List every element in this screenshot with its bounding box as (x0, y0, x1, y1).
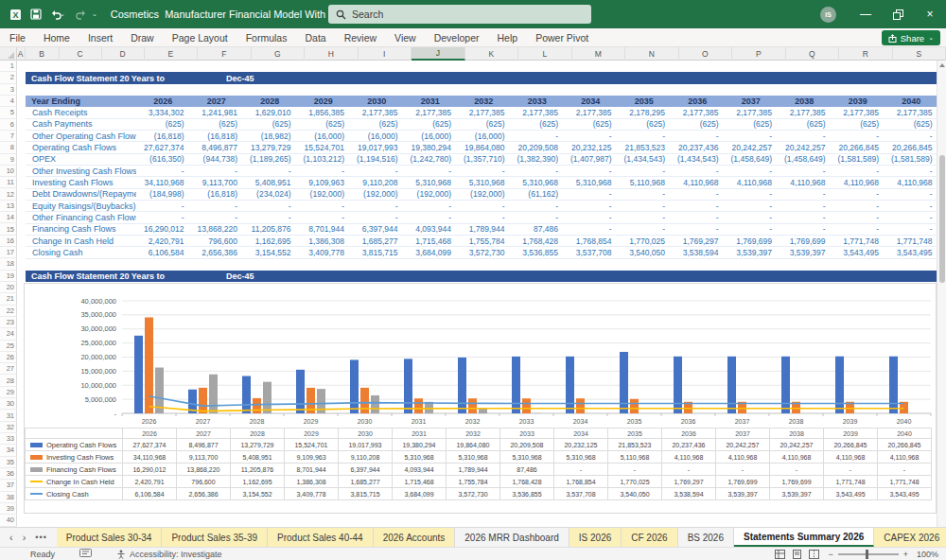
cell[interactable]: 5,110,968 (618, 178, 672, 187)
cell[interactable]: (1,458,649) (725, 154, 779, 164)
cell[interactable]: 1,771,748 (832, 236, 885, 246)
vertical-scrollbar[interactable] (937, 61, 946, 527)
sheet-tab-product-sales-40-44[interactable]: Product Sales 40-44 (268, 528, 374, 547)
cell[interactable]: - (511, 201, 565, 211)
account-avatar[interactable]: IS (820, 7, 836, 23)
cell[interactable]: 4,110,968 (778, 178, 832, 187)
column-header-J[interactable]: J (412, 47, 465, 61)
menu-tab-draw[interactable]: Draw (131, 32, 154, 44)
cell[interactable]: 4,093,944 (404, 224, 458, 234)
cell[interactable]: (1,581,589) (885, 154, 938, 164)
cell[interactable]: - (564, 224, 618, 234)
cell[interactable]: (625) (725, 119, 779, 129)
cell[interactable]: (234,024) (243, 189, 297, 199)
row-header-22[interactable]: 22 (0, 306, 17, 317)
row-header-2[interactable]: 2 (0, 72, 17, 83)
cell[interactable]: 2,177,385 (511, 108, 565, 117)
cell[interactable]: - (618, 131, 672, 141)
cell[interactable]: 19,380,294 (404, 143, 458, 152)
cell[interactable]: 1,768,854 (564, 236, 618, 246)
sheet-tab-cf-2026[interactable]: CF 2026 (622, 528, 677, 547)
cell[interactable]: (625) (297, 119, 351, 129)
row-header-5[interactable]: 5 (0, 107, 17, 118)
cell[interactable]: - (778, 189, 832, 199)
row-label[interactable]: Closing Cash (26, 248, 136, 257)
cell[interactable]: - (136, 213, 190, 222)
menu-tab-power-pivot[interactable]: Power Pivot (535, 32, 588, 44)
cell[interactable]: - (404, 166, 458, 176)
row-header-17[interactable]: 17 (0, 247, 17, 258)
cell[interactable]: (16,818) (136, 131, 190, 141)
year-header-2028[interactable]: 2028 (243, 96, 297, 106)
cell[interactable]: (1,458,649) (778, 154, 832, 164)
row-header-27[interactable]: 27 (0, 363, 17, 375)
menu-tab-home[interactable]: Home (44, 32, 70, 44)
cell[interactable]: - (511, 131, 565, 141)
cell[interactable]: 3,539,397 (778, 248, 832, 257)
cell[interactable]: 8,701,944 (297, 224, 351, 234)
cell[interactable]: 16,290,012 (136, 224, 190, 234)
cell[interactable]: 3,572,730 (457, 248, 511, 257)
menu-tab-insert[interactable]: Insert (88, 32, 113, 44)
cell[interactable]: 20,237,436 (671, 143, 725, 152)
cell[interactable]: - (778, 213, 832, 222)
cell[interactable]: (16,000) (350, 131, 404, 141)
cell[interactable]: (1,189,265) (243, 154, 297, 164)
row-header-16[interactable]: 16 (0, 236, 17, 247)
tab-scroll-left-icon[interactable]: ‹ (9, 532, 13, 543)
cell[interactable]: 20,209,508 (511, 143, 565, 152)
row-header-37[interactable]: 37 (0, 480, 17, 491)
column-header-N[interactable]: N (625, 47, 679, 61)
cell[interactable]: 3,334,302 (136, 108, 190, 117)
cell[interactable]: - (564, 166, 618, 176)
row-label[interactable]: Financing Cash Flows (26, 224, 136, 234)
cash-flow-chart[interactable]: 40,000,00035,000,00030,000,00025,000,000… (24, 283, 937, 514)
page-break-view-icon[interactable] (809, 550, 819, 559)
cell[interactable]: (16,818) (190, 189, 244, 199)
row-header-6[interactable]: 6 (0, 119, 17, 131)
cell[interactable]: - (404, 213, 458, 222)
cell[interactable]: (1,382,390) (511, 154, 565, 164)
zoom-level[interactable]: 100% (917, 550, 938, 559)
cell[interactable]: 4,110,968 (885, 178, 938, 187)
cell[interactable]: 19,864,080 (457, 143, 511, 152)
row-label[interactable]: Investing Cash Flows (26, 178, 136, 187)
cell[interactable]: - (350, 201, 404, 211)
cell[interactable]: - (457, 213, 511, 222)
row-header-4[interactable]: 4 (0, 96, 17, 107)
cell[interactable]: 20,232,125 (564, 143, 618, 152)
cell[interactable]: 3,539,397 (725, 248, 779, 257)
accessibility-status[interactable]: Accessibility: Investigate (116, 550, 222, 559)
row-label[interactable]: Operating Cash Flows (26, 143, 136, 152)
sheet-tab-bs-2026[interactable]: BS 2026 (678, 528, 734, 547)
column-header-K[interactable]: K (465, 47, 519, 61)
menu-tab-page-layout[interactable]: Page Layout (172, 32, 228, 44)
cell[interactable]: (1,434,543) (618, 154, 672, 164)
cell[interactable]: - (618, 201, 672, 211)
cell[interactable]: 2,177,385 (404, 108, 458, 117)
cell[interactable]: (625) (404, 119, 458, 129)
cell[interactable]: (625) (618, 119, 672, 129)
zoom-in-icon[interactable]: + (903, 550, 908, 559)
cell[interactable]: - (457, 166, 511, 176)
row-header-18[interactable]: 18 (0, 258, 17, 270)
row-header-34[interactable]: 34 (0, 445, 17, 456)
column-header-H[interactable]: H (305, 47, 359, 61)
cell[interactable]: (1,242,780) (404, 154, 458, 164)
cell[interactable]: 5,310,968 (564, 178, 618, 187)
cell[interactable]: (192,000) (457, 189, 511, 199)
sheet-tab-product-sales-35-39[interactable]: Product Sales 35-39 (162, 528, 268, 547)
cell[interactable]: - (671, 201, 725, 211)
column-header-O[interactable]: O (679, 47, 733, 61)
cell[interactable]: 3,543,495 (832, 248, 885, 257)
cell[interactable]: (1,194,516) (350, 154, 404, 164)
menu-tab-developer[interactable]: Developer (434, 32, 480, 44)
cell[interactable]: 1,768,428 (511, 236, 565, 246)
cell[interactable]: - (511, 166, 565, 176)
cell[interactable]: - (190, 213, 244, 222)
cell[interactable]: 8,496,877 (190, 143, 244, 152)
cell[interactable]: (18,982) (243, 131, 297, 141)
cell[interactable]: 1,241,981 (190, 108, 244, 117)
select-all-corner[interactable] (0, 47, 17, 61)
cell[interactable]: (16,818) (190, 131, 244, 141)
